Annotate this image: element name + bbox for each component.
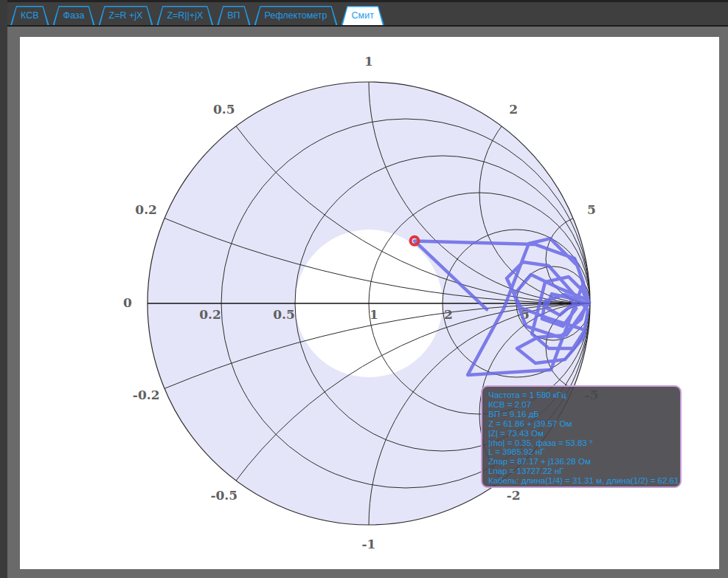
resistance-label: 0.5: [273, 307, 295, 322]
reactance-label: 5: [587, 202, 596, 217]
tab-z-parallel[interactable]: Z=R||+jX: [156, 6, 213, 25]
tab-smith[interactable]: Смит: [342, 6, 384, 25]
resistance-label: 0.2: [199, 307, 221, 322]
tab-label: Z=R||+jX: [156, 6, 213, 25]
tab-ksv[interactable]: КСВ: [10, 6, 49, 25]
tab-label: Фаза: [53, 6, 95, 25]
reactance-label: 0.2: [135, 202, 157, 217]
measurement-tooltip: Частота = 1 580 кГцКСВ = 2.07ВП = 9.16 д…: [481, 385, 682, 488]
tab-z-series[interactable]: Z=R +jX: [99, 6, 153, 25]
tab-bar: КСВФазаZ=R +jXZ=R||+jXВПРефлектометрСмит: [7, 0, 728, 27]
tooltip-line: L = 3985.92 нГ: [488, 447, 674, 457]
tab-faza[interactable]: Фаза: [53, 6, 95, 25]
tab-reflectometer[interactable]: Рефлектометр: [254, 6, 338, 25]
tab-label: ВП: [217, 6, 250, 25]
tooltip-line: Частота = 1 580 кГц: [488, 391, 674, 400]
tooltip-line: |Z| = 73.43 Ом: [488, 429, 674, 438]
reactance-label: 1: [364, 54, 373, 69]
smith-chart[interactable]: 10.50.20-0.2-0.5-125-5-20.20.5125: [20, 37, 719, 569]
tab-vp[interactable]: ВП: [217, 6, 250, 25]
tooltip-line: КСВ = 2.07: [488, 400, 674, 410]
reactance-label: -1: [362, 537, 376, 551]
reactance-label: -0.5: [210, 488, 238, 503]
tooltip-line: Lпар = 13727.22 нГ: [488, 467, 674, 476]
tab-label: Z=R +jX: [99, 6, 153, 25]
reactance-label: -2: [507, 488, 521, 503]
reactance-label: 0.5: [213, 102, 235, 117]
tooltip-line: Кабель: длина(1/4) = 31.31 м, длина(1/2)…: [488, 476, 674, 486]
window-frame: КСВФазаZ=R +jXZ=R||+jXВПРефлектометрСмит…: [0, 0, 728, 578]
tooltip-line: Z = 61.86 + j39.57 Ом: [488, 419, 674, 429]
chart-panel: 10.50.20-0.2-0.5-125-5-20.20.5125 Частот…: [20, 37, 719, 569]
resistance-label: 2: [444, 307, 453, 322]
resistance-label: 1: [370, 307, 378, 322]
tooltip-line: |rho| = 0.35, фаза = 53.83 °: [488, 438, 674, 448]
tooltip-line: Zпар = 87.17 + j136.28 Ом: [488, 457, 674, 467]
tooltip-line: ВП = 9.16 дБ: [488, 410, 674, 419]
tab-label: Смит: [342, 6, 384, 25]
tab-label: Рефлектометр: [254, 6, 338, 25]
reactance-label: -0.2: [133, 388, 160, 402]
tab-label: КСВ: [10, 6, 49, 25]
reactance-label: 2: [509, 102, 518, 117]
reactance-label: 0: [123, 295, 132, 310]
